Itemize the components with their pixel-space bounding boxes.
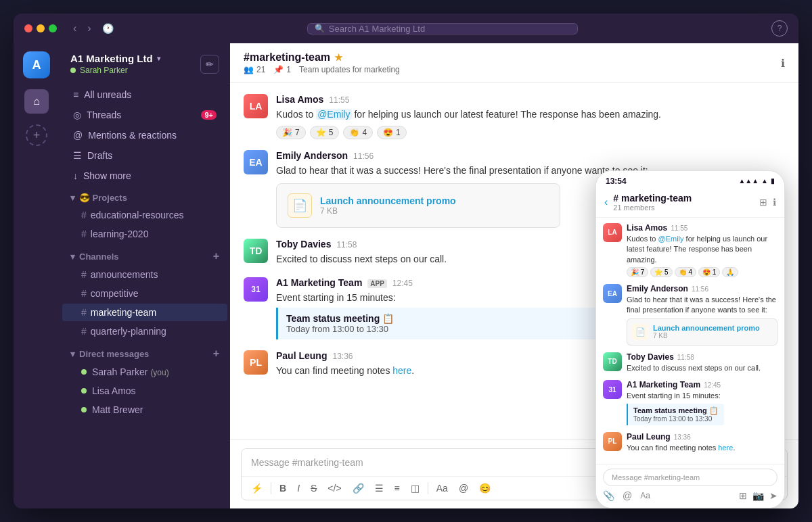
channel-item-competitive[interactable]: # competitive: [62, 285, 227, 302]
ordered-list-button[interactable]: ☰: [372, 481, 386, 496]
dm-item-lisa[interactable]: Lisa Amos: [62, 382, 227, 400]
text-format-button[interactable]: Aa: [434, 481, 451, 496]
message-text: Event starting in 15 minutes:: [627, 391, 724, 401]
strikethrough-button[interactable]: S: [308, 481, 319, 496]
mobile-grid-icon[interactable]: ⊞: [759, 197, 767, 208]
reaction-item[interactable]: 🎉 7: [276, 126, 306, 139]
mobile-clock: 13:54: [606, 176, 627, 186]
workspace-header[interactable]: A1 Marketing Ltd ▾ Sarah Parker ✏: [60, 43, 230, 85]
reaction-item[interactable]: 🙏: [722, 267, 738, 277]
mobile-camera-icon[interactable]: 📷: [752, 490, 764, 501]
unordered-list-button[interactable]: ≡: [392, 481, 403, 496]
file-icon: 📄: [288, 193, 312, 218]
app-badge: APP: [367, 279, 387, 288]
sidebar-item-mentions[interactable]: @ Mentions & reactions: [62, 126, 227, 145]
channel-description: Team updates for marketing: [299, 65, 400, 74]
sidebar-item-show-more[interactable]: ↓ Show more: [62, 166, 227, 185]
blockquote-button[interactable]: ◫: [408, 481, 422, 496]
maximize-button[interactable]: [49, 24, 57, 32]
sidebar-item-threads[interactable]: ◎ Threads 9+: [62, 105, 227, 124]
dm-section-header[interactable]: ▾ Direct messages +: [60, 341, 230, 362]
hash-icon: #: [81, 307, 87, 318]
code-button[interactable]: </>: [325, 481, 344, 496]
timestamp: 12:45: [392, 279, 413, 288]
sidebar-nav: A1 Marketing Ltd ▾ Sarah Parker ✏ ≡ All …: [60, 43, 230, 508]
link[interactable]: here: [718, 444, 733, 452]
avatar: PL: [603, 432, 622, 451]
mention-button[interactable]: @: [456, 481, 471, 496]
sender-name: Paul Leung: [276, 350, 327, 361]
search-bar[interactable]: 🔍: [307, 23, 578, 34]
dm-item-sarah[interactable]: Sarah Parker (you): [62, 363, 227, 381]
mobile-status-bar: 13:54 ▲▲▲ ▲ ▮: [596, 171, 784, 189]
avatar: PL: [244, 350, 268, 375]
emoji-button[interactable]: 😊: [476, 481, 493, 496]
reaction-item[interactable]: 😍 1: [698, 267, 720, 277]
avatar: EA: [603, 284, 622, 303]
compose-button[interactable]: ✏: [200, 55, 219, 74]
avatar: 31: [603, 380, 622, 399]
mobile-back-button[interactable]: ‹: [604, 196, 608, 208]
file-attachment[interactable]: 📄 Launch announcement promo 7 KB: [627, 318, 777, 346]
timestamp: 11:58: [336, 240, 357, 250]
add-workspace-button[interactable]: +: [26, 124, 47, 146]
mobile-attachment-icon[interactable]: 📎: [603, 490, 614, 501]
projects-section-header[interactable]: ▾ 😎 Projects: [60, 186, 230, 206]
channel-item-quarterly[interactable]: # quarterly-planning: [62, 323, 227, 340]
mobile-mention-icon[interactable]: @: [623, 490, 632, 501]
minimize-button[interactable]: [37, 24, 45, 32]
help-button[interactable]: ?: [771, 20, 788, 37]
reaction-item[interactable]: 👏 4: [675, 267, 696, 277]
meeting-notes-link[interactable]: here: [392, 365, 411, 376]
mobile-channel-header: ‹ # marketing-team 21 members ⊞ ℹ: [596, 189, 784, 218]
mobile-text-icon[interactable]: Aa: [640, 491, 650, 500]
mobile-send-icon[interactable]: ➤: [769, 490, 777, 501]
workspace-name: A1 Marketing Ltd ▾: [70, 53, 160, 64]
search-input[interactable]: [329, 24, 570, 34]
sidebar-icon-strip: A ⌂ +: [14, 43, 60, 508]
navigation-buttons: ‹ ›: [70, 21, 94, 36]
close-button[interactable]: [24, 24, 32, 32]
add-dm-icon[interactable]: +: [213, 348, 219, 360]
home-icon-btn[interactable]: ⌂: [24, 89, 49, 114]
avatar: LA: [603, 223, 622, 242]
mobile-info-icon[interactable]: ℹ: [773, 197, 776, 208]
file-icon: 📄: [632, 324, 648, 340]
channel-info-button[interactable]: ℹ: [781, 57, 785, 70]
channel-item-learning[interactable]: # learning-2020: [62, 225, 227, 243]
message-text: Kudos to @Emily for helping us launch ou…: [276, 108, 785, 122]
reaction-item[interactable]: 😍 1: [377, 126, 407, 139]
mobile-grid-icon[interactable]: ⊞: [739, 490, 747, 501]
add-channel-icon[interactable]: +: [213, 250, 219, 262]
mobile-input-area: Message #marketing-team 📎 @ Aa ⊞ 📷 ➤: [596, 464, 784, 508]
italic-button[interactable]: I: [294, 481, 302, 496]
reaction-item[interactable]: ⭐ 5: [310, 126, 340, 139]
sender-name: A1 Marketing Team: [276, 277, 362, 288]
channel-item-announcements[interactable]: # announcements: [62, 266, 227, 283]
sidebar-item-drafts[interactable]: ☰ Drafts: [62, 146, 227, 165]
sender-name: Lisa Amos: [627, 223, 667, 233]
star-icon[interactable]: ★: [334, 52, 343, 63]
channel-item-marketing-team[interactable]: # marketing-team: [62, 304, 227, 321]
link-button[interactable]: 🔗: [350, 481, 367, 496]
hash-icon: #: [81, 269, 87, 280]
back-button[interactable]: ‹: [70, 21, 79, 36]
workspace-avatar[interactable]: A: [23, 51, 50, 78]
channels-section-header[interactable]: ▾ Channels +: [60, 243, 230, 265]
dm-item-matt[interactable]: Matt Brewer: [62, 401, 227, 419]
file-attachment[interactable]: 📄 Launch announcement promo 7 KB: [276, 183, 560, 228]
reaction-item[interactable]: 👏 4: [343, 126, 373, 139]
reaction-item[interactable]: ⭐ 5: [650, 267, 672, 277]
mobile-input-box[interactable]: Message #marketing-team: [603, 469, 777, 486]
sidebar-item-all-unreads[interactable]: ≡ All unreads: [62, 85, 227, 104]
reaction-item[interactable]: 🎉 7: [627, 267, 648, 277]
dm-chevron-icon: ▾: [70, 349, 75, 359]
channel-item-educational[interactable]: # educational-resources: [62, 206, 227, 224]
bold-button[interactable]: B: [277, 481, 289, 496]
lightning-bolt-button[interactable]: ⚡: [248, 481, 265, 496]
forward-button[interactable]: ›: [85, 21, 93, 36]
workspace-status: Sarah Parker: [70, 66, 160, 75]
avatar: TD: [603, 352, 622, 371]
mobile-signal-icons: ▲▲▲ ▲ ▮: [738, 177, 775, 185]
status-indicator: [70, 68, 76, 73]
